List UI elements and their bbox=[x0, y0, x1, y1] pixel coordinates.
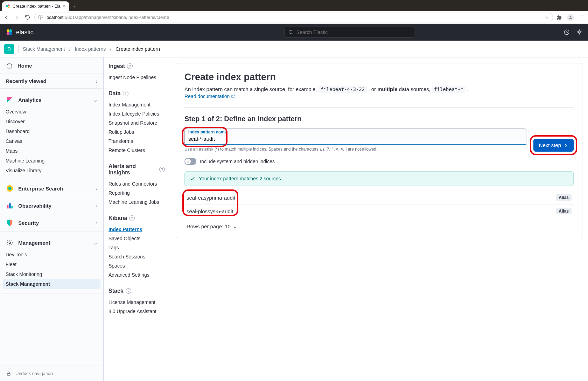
nav-ml[interactable]: Machine Learning bbox=[6, 156, 98, 166]
midnav-rules[interactable]: Rules and Connectors bbox=[108, 179, 165, 188]
nav-overview[interactable]: Overview bbox=[6, 107, 98, 117]
svg-rect-14 bbox=[9, 203, 11, 209]
nav-analytics[interactable]: Analytics ⌄ bbox=[6, 93, 98, 107]
midnav-snapshot[interactable]: Snapshot and Restore bbox=[108, 118, 165, 127]
tab-favicon bbox=[6, 4, 10, 9]
help-icon[interactable] bbox=[564, 29, 570, 35]
search-icon bbox=[288, 30, 294, 35]
svg-point-2 bbox=[8, 7, 10, 8]
nav-visualize[interactable]: Visualize Library bbox=[6, 166, 98, 175]
reload-button[interactable] bbox=[24, 14, 31, 21]
browser-tab[interactable]: Create index pattern - Ela × bbox=[2, 1, 69, 11]
back-button[interactable] bbox=[3, 14, 10, 21]
extensions-icon[interactable] bbox=[556, 15, 562, 20]
chevron-down-icon: ⌄ bbox=[233, 223, 237, 229]
midnav-adv-settings[interactable]: Advanced Settings bbox=[108, 270, 165, 279]
match-row: seal-easyprima-audit Alias bbox=[184, 191, 574, 205]
help-tip-icon[interactable]: ? bbox=[159, 167, 165, 172]
forward-button[interactable] bbox=[13, 14, 20, 21]
nav-canvas[interactable]: Canvas bbox=[6, 136, 98, 146]
help-tip-icon[interactable]: ? bbox=[129, 215, 135, 221]
alias-badge: Alias bbox=[556, 208, 572, 214]
space-selector[interactable]: D bbox=[4, 44, 14, 54]
nav-home[interactable]: Home bbox=[0, 57, 103, 74]
nav-dashboard[interactable]: Dashboard bbox=[6, 126, 98, 136]
midnav-stack-head: Stack? bbox=[108, 288, 165, 294]
crumb-stack-management[interactable]: Stack Management bbox=[23, 46, 65, 52]
home-icon bbox=[6, 62, 13, 69]
next-step-button[interactable]: Next step bbox=[533, 139, 574, 152]
midnav-spaces[interactable]: Spaces bbox=[108, 261, 165, 270]
midnav-ilm[interactable]: Index Lifecycle Policies bbox=[108, 109, 165, 118]
nav-discover[interactable]: Discover bbox=[6, 117, 98, 126]
midnav-kibana-head: Kibana? bbox=[108, 215, 165, 221]
midnav-search-sessions[interactable]: Search Sessions bbox=[108, 252, 165, 261]
midnav-upgrade[interactable]: 8.0 Upgrade Assistant bbox=[108, 307, 165, 316]
bookmark-icon[interactable]: ☆ bbox=[545, 15, 549, 20]
help-tip-icon[interactable]: ? bbox=[123, 91, 128, 96]
nav-recently-viewed[interactable]: Recently viewed › bbox=[6, 75, 98, 87]
index-pattern-field[interactable]: Index pattern name bbox=[184, 129, 526, 145]
elastic-logo-icon bbox=[6, 28, 13, 36]
midnav-tags[interactable]: Tags bbox=[108, 243, 165, 252]
doc-link[interactable]: Read documentation bbox=[184, 93, 235, 99]
breadcrumb: D Stack Management / Index patterns / Cr… bbox=[0, 41, 588, 57]
logo[interactable]: elastic bbox=[6, 28, 34, 36]
midnav-reporting[interactable]: Reporting bbox=[108, 188, 165, 198]
url-input[interactable]: ⓘ localhost:5601/app/management/kibana/i… bbox=[34, 13, 553, 22]
newsfeed-icon[interactable] bbox=[576, 29, 582, 35]
midnav-alerts-head: Alerts and Insights? bbox=[108, 163, 165, 176]
midnav-license[interactable]: License Management bbox=[108, 298, 165, 307]
midnav-transforms[interactable]: Transforms bbox=[108, 137, 165, 146]
brand-text: elastic bbox=[16, 29, 34, 36]
rows-per-label: Rows per page: 10 bbox=[187, 223, 231, 229]
crumb-index-patterns[interactable]: Index patterns bbox=[75, 46, 106, 52]
midnav-ingest-head: Ingest? bbox=[108, 63, 165, 69]
help-tip-icon[interactable]: ? bbox=[127, 63, 133, 69]
chevron-right-icon bbox=[563, 143, 568, 148]
global-search[interactable] bbox=[285, 27, 414, 38]
midnav-remote-clusters[interactable]: Remote Clusters bbox=[108, 146, 165, 155]
check-icon bbox=[190, 176, 195, 181]
match-name: seal-easyprima-audit bbox=[187, 195, 235, 201]
nav-dev-tools[interactable]: Dev Tools bbox=[6, 250, 98, 259]
nav-stack-management[interactable]: Stack Management bbox=[3, 279, 100, 289]
midnav-ml-jobs[interactable]: Machine Learning Jobs bbox=[108, 198, 165, 207]
nav-maps[interactable]: Maps bbox=[6, 146, 98, 156]
nav-enterprise-search[interactable]: Enterprise Search › bbox=[6, 181, 98, 195]
nav-home-label: Home bbox=[18, 63, 32, 69]
match-callout: Your index pattern matches 2 sources. bbox=[184, 171, 574, 186]
match-list: seal-easyprima-audit Alias seal-plossys-… bbox=[184, 191, 574, 218]
nav-observability[interactable]: Observability › bbox=[6, 199, 98, 213]
new-tab-button[interactable]: + bbox=[69, 1, 79, 11]
browser-menu-icon[interactable]: ⋮ bbox=[579, 14, 585, 21]
nav-security[interactable]: Security › bbox=[6, 216, 98, 230]
global-search-input[interactable] bbox=[296, 29, 410, 35]
svg-point-9 bbox=[564, 30, 569, 35]
undock-nav[interactable]: Undock navigation bbox=[0, 366, 103, 381]
index-pattern-input[interactable] bbox=[188, 134, 523, 144]
chevron-right-icon: › bbox=[96, 186, 98, 191]
nav-management[interactable]: Management ⌄ bbox=[6, 236, 98, 250]
svg-point-12 bbox=[8, 187, 11, 190]
svg-rect-13 bbox=[7, 205, 9, 208]
nav-fleet[interactable]: Fleet bbox=[6, 259, 98, 269]
nav-stack-monitoring[interactable]: Stack Monitoring bbox=[6, 269, 98, 279]
tab-close-icon[interactable]: × bbox=[63, 4, 65, 9]
midnav-ingest-pipelines[interactable]: Ingest Node Pipelines bbox=[108, 73, 165, 82]
site-info-icon[interactable]: ⓘ bbox=[38, 14, 43, 21]
include-system-toggle[interactable]: ✕ bbox=[184, 158, 196, 165]
midnav-data-head: Data? bbox=[108, 90, 165, 97]
rows-per-page[interactable]: Rows per page: 10 ⌄ bbox=[184, 223, 574, 229]
midnav-rollup[interactable]: Rollup Jobs bbox=[108, 127, 165, 137]
nav-security-label: Security bbox=[18, 220, 39, 226]
chevron-right-icon: › bbox=[96, 203, 98, 208]
midnav-index-patterns[interactable]: Index Patterns bbox=[108, 225, 165, 234]
alias-badge: Alias bbox=[556, 194, 572, 201]
help-tip-icon[interactable]: ? bbox=[126, 288, 131, 294]
midnav-saved-objects[interactable]: Saved Objects bbox=[108, 234, 165, 243]
svg-rect-15 bbox=[12, 206, 13, 208]
midnav-index-mgmt[interactable]: Index Management bbox=[108, 100, 165, 109]
svg-rect-17 bbox=[7, 373, 10, 375]
profile-icon[interactable] bbox=[567, 14, 574, 21]
